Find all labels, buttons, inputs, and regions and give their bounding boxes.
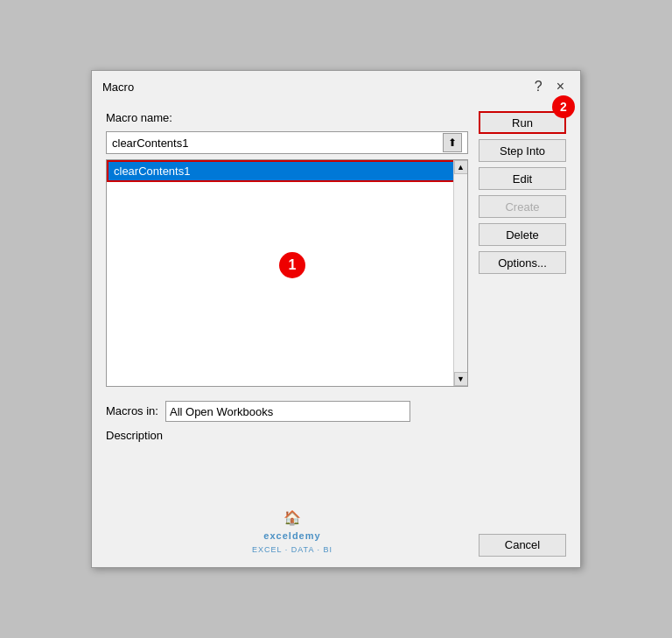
house-icon: 🏠 <box>252 508 332 528</box>
dialog-title: Macro <box>102 81 134 94</box>
options-button[interactable]: Options... <box>479 251 566 274</box>
exceldemy-name: exceldemy <box>263 530 320 541</box>
footer: 🏠 exceldemy EXCEL · DATA · BI Cancel <box>92 505 580 566</box>
footer-left: 🏠 exceldemy EXCEL · DATA · BI <box>106 508 479 556</box>
list-item[interactable]: clearContents1 <box>107 160 467 182</box>
bottom-section: Macros in: All Open Workbooks This Workb… <box>92 401 580 505</box>
exceldemy-logo: 🏠 exceldemy EXCEL · DATA · BI <box>252 508 332 556</box>
macros-in-row: Macros in: All Open Workbooks This Workb… <box>106 401 566 422</box>
macro-list[interactable]: clearContents1 1 ▲ ▼ <box>106 159 468 387</box>
macros-in-select[interactable]: All Open Workbooks This Workbook <box>170 405 406 418</box>
description-area <box>106 445 566 498</box>
scrollbar[interactable]: ▲ ▼ <box>453 160 467 386</box>
macro-name-label: Macro name: <box>106 111 468 124</box>
help-button[interactable]: ? <box>529 78 548 95</box>
macro-name-input[interactable] <box>112 137 443 150</box>
scroll-up-arrow[interactable]: ▲ <box>454 160 468 174</box>
dialog-body: Macro name: ⬆ clearContents1 1 ▲ ▼ 2 <box>92 101 580 401</box>
run-button[interactable]: Run <box>479 111 566 134</box>
close-button[interactable]: × <box>551 78 570 95</box>
macro-name-field-wrapper: ⬆ <box>106 131 468 154</box>
macros-in-dropdown-wrapper[interactable]: All Open Workbooks This Workbook <box>165 401 410 422</box>
step-into-button[interactable]: Step Into <box>479 139 566 162</box>
macro-dialog: Macro ? × Macro name: ⬆ clearContents1 1… <box>91 70 581 567</box>
edit-button[interactable]: Edit <box>479 167 566 190</box>
create-button[interactable]: Create <box>479 195 566 218</box>
cancel-button[interactable]: Cancel <box>479 534 566 557</box>
title-bar: Macro ? × <box>92 71 580 101</box>
upload-button[interactable]: ⬆ <box>443 133 462 152</box>
run-button-wrapper: 2 Run <box>479 111 566 134</box>
exceldemy-tagline: EXCEL · DATA · BI <box>252 545 332 554</box>
left-panel: Macro name: ⬆ clearContents1 1 ▲ ▼ <box>106 111 468 387</box>
macros-in-label: Macros in: <box>106 404 158 417</box>
right-panel: 2 Run Step Into Edit Create Delete Optio… <box>479 111 566 387</box>
title-bar-controls: ? × <box>529 78 570 95</box>
badge-1: 1 <box>279 252 305 278</box>
scroll-down-arrow[interactable]: ▼ <box>454 372 468 386</box>
description-label: Description <box>106 429 566 442</box>
delete-button[interactable]: Delete <box>479 223 566 246</box>
